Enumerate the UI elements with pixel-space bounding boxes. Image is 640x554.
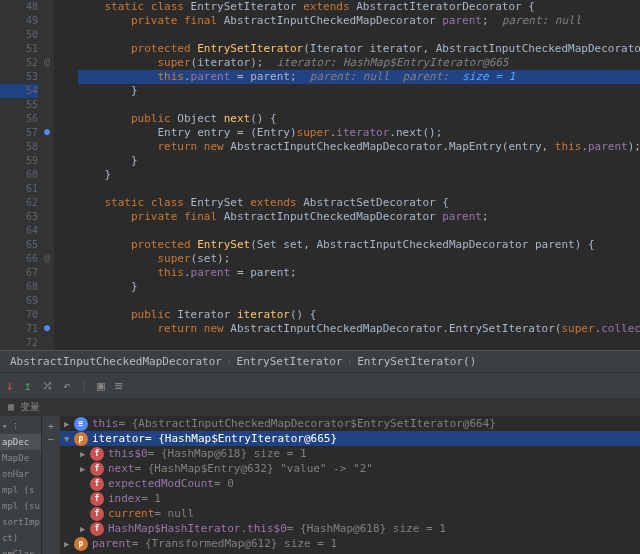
crumb-3[interactable]: EntrySetIterator() bbox=[357, 355, 476, 368]
more-icon[interactable]: ≡ bbox=[115, 378, 123, 393]
crumb-1[interactable]: AbstractInputCheckedMapDecorator bbox=[10, 355, 222, 368]
var-current: fcurrent = null bbox=[60, 506, 640, 521]
gutter: 48 49 50 51 52@ 53 54 55 56 57● 58 59 60… bbox=[0, 0, 54, 350]
var-emc: fexpectedModCount = 0 bbox=[60, 476, 640, 491]
mute-icon[interactable]: ⤭ bbox=[42, 378, 53, 393]
var-next: ▶fnext = {HashMap$Entry@632} "value" -> … bbox=[60, 461, 640, 476]
tab-0[interactable]: apDec bbox=[0, 434, 41, 450]
tab-6[interactable]: ct) bbox=[0, 530, 41, 546]
filter-icon[interactable]: ▾ ⫶ bbox=[0, 418, 41, 434]
code-area[interactable]: static class EntrySetIterator extends Ab… bbox=[78, 0, 640, 336]
variables-tree[interactable]: ▶≡this = {AbstractInputCheckedMapDecorat… bbox=[60, 416, 640, 554]
crumb-2[interactable]: EntrySetIterator bbox=[237, 355, 343, 368]
layout-icon[interactable]: ▣ bbox=[97, 378, 105, 393]
stack-tabs: ▾ ⫶ apDec MapDe onHar mpl (s mpl (su sor… bbox=[0, 416, 42, 554]
down-icon[interactable]: ↓ bbox=[6, 378, 14, 393]
breadcrumb[interactable]: AbstractInputCheckedMapDecorator›EntrySe… bbox=[0, 350, 640, 372]
tab-5[interactable]: sortImp bbox=[0, 514, 41, 530]
add-watch-icon[interactable]: +− bbox=[42, 416, 60, 554]
var-hashiter: ▶fHashMap$HashIterator.this$0 = {HashMap… bbox=[60, 521, 640, 536]
var-parent: ▶pparent = {TransformedMap@612} size = 1 bbox=[60, 536, 640, 551]
back-icon[interactable]: ↶ bbox=[63, 378, 71, 393]
debug-panel: ▾ ⫶ apDec MapDe onHar mpl (s mpl (su sor… bbox=[0, 416, 640, 554]
var-index: findex = 1 bbox=[60, 491, 640, 506]
variables-header: ▦ 变量 bbox=[0, 398, 640, 416]
var-this0: ▶fthis$0 = {HashMap@618} size = 1 bbox=[60, 446, 640, 461]
tab-4[interactable]: mpl (su bbox=[0, 498, 41, 514]
debug-toolbar: ↓ ↥ ⤭ ↶ | ▣ ≡ bbox=[0, 372, 640, 398]
tab-7[interactable]: emClas bbox=[0, 546, 41, 554]
code-editor[interactable]: 48 49 50 51 52@ 53 54 55 56 57● 58 59 60… bbox=[0, 0, 640, 350]
tab-1[interactable]: MapDe bbox=[0, 450, 41, 466]
tab-2[interactable]: onHar bbox=[0, 466, 41, 482]
up-icon[interactable]: ↥ bbox=[24, 378, 32, 393]
var-this: ▶≡this = {AbstractInputCheckedMapDecorat… bbox=[60, 416, 640, 431]
var-iterator: ▼piterator = {HashMap$EntryIterator@665} bbox=[60, 431, 640, 446]
tab-3[interactable]: mpl (s bbox=[0, 482, 41, 498]
